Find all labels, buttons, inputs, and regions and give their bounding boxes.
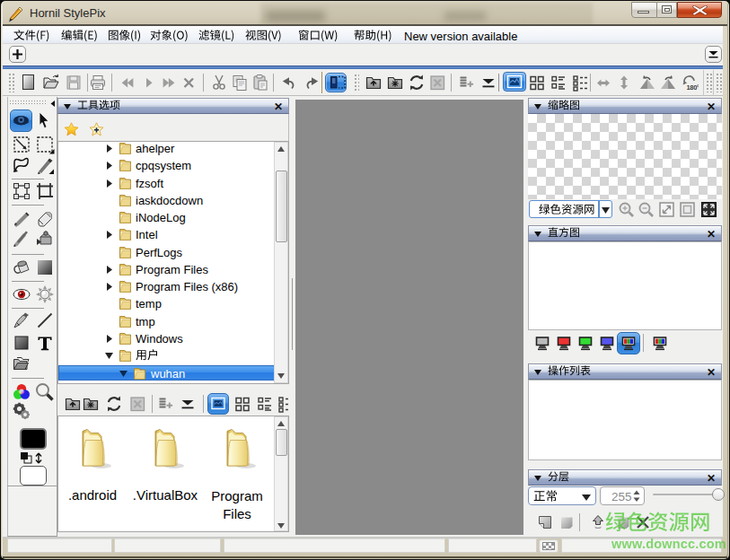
svg-text:180°: 180°	[687, 83, 699, 92]
